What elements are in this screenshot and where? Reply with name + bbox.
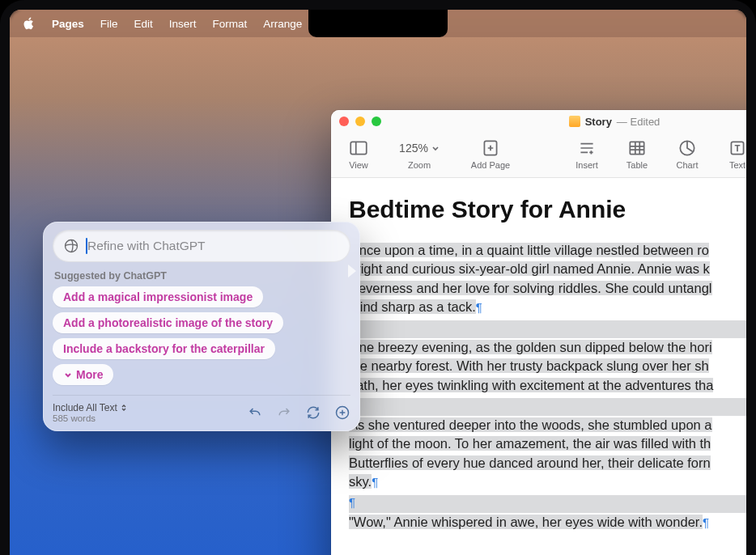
svg-rect-0 xyxy=(350,142,367,154)
sidebar-icon xyxy=(348,138,369,159)
blank-paragraph[interactable]: ¶ xyxy=(349,495,746,513)
refine-footer: Include All Text 585 words xyxy=(53,395,350,423)
word-count: 585 words xyxy=(53,413,128,423)
paragraph-1[interactable]: Once upon a time, in a quaint little vil… xyxy=(349,241,746,317)
window-minimize-button[interactable] xyxy=(355,117,365,126)
menu-insert[interactable]: Insert xyxy=(169,18,197,30)
paragraph-2[interactable]: One breezy evening, as the golden sun di… xyxy=(349,338,746,395)
window-title-name: Story xyxy=(585,116,612,128)
window-title: Story — Edited xyxy=(331,116,746,128)
suggestion-chip-2[interactable]: Add a photorealistic image of the story xyxy=(53,312,283,333)
undo-button[interactable] xyxy=(247,405,263,421)
refine-scope-selector[interactable]: Include All Text xyxy=(53,402,128,413)
suggested-by-label: Suggested by ChatGPT xyxy=(54,270,349,282)
svg-point-20 xyxy=(66,240,78,252)
toolbar-table-button[interactable]: Table xyxy=(621,138,653,170)
insert-icon xyxy=(576,138,597,159)
display-notch xyxy=(308,10,448,37)
toolbar-text-label: Text xyxy=(729,160,745,170)
document-body[interactable]: Bedtime Story for Annie Once upon a time… xyxy=(331,178,746,555)
toolbar-addpage-button[interactable]: Add Page xyxy=(464,138,517,170)
refine-placeholder: Refine with ChatGPT xyxy=(87,239,206,253)
up-down-icon xyxy=(120,404,128,412)
refine-input[interactable]: Refine with ChatGPT xyxy=(53,230,350,262)
redo-button[interactable] xyxy=(276,405,292,421)
titlebar: Story — Edited xyxy=(331,110,746,133)
pages-window: Story — Edited View 125% Zoom xyxy=(331,110,746,555)
table-icon xyxy=(626,138,648,159)
add-button[interactable] xyxy=(334,405,350,421)
blank-paragraph[interactable]: ¶ xyxy=(349,320,746,338)
menu-file[interactable]: File xyxy=(100,18,118,30)
traffic-lights xyxy=(339,117,381,126)
menu-app[interactable]: Pages xyxy=(52,18,84,30)
suggestion-chip-1[interactable]: Add a magical impressionist image xyxy=(53,286,263,307)
window-title-status: — Edited xyxy=(617,116,660,128)
chatgpt-refine-panel: Refine with ChatGPT Suggested by ChatGPT… xyxy=(43,222,360,431)
chart-icon xyxy=(677,138,698,159)
toolbar-zoom-label: Zoom xyxy=(408,160,431,170)
toolbar-chart-label: Chart xyxy=(677,160,699,170)
suggestion-chip-3[interactable]: Include a backstory for the caterpillar xyxy=(53,338,275,359)
pilcrow-icon: ¶ xyxy=(476,300,482,314)
toolbar-addpage-label: Add Page xyxy=(471,160,510,170)
suggestion-more-chip[interactable]: More xyxy=(53,364,113,385)
toolbar-chart-button[interactable]: Chart xyxy=(671,138,703,170)
document-heading[interactable]: Bedtime Story for Annie xyxy=(349,196,746,223)
paragraph-4[interactable]: "Wow," Annie whispered in awe, her eyes … xyxy=(349,513,746,532)
document-icon xyxy=(569,116,580,127)
laptop-frame: Pages File Edit Insert Format Arrange Vi… xyxy=(0,0,756,555)
apple-menu-icon[interactable] xyxy=(23,17,36,30)
regenerate-button[interactable] xyxy=(305,405,321,421)
text-icon xyxy=(727,138,746,159)
window-close-button[interactable] xyxy=(339,117,349,126)
blank-paragraph[interactable]: ¶ xyxy=(349,398,746,416)
plus-square-icon xyxy=(480,138,501,159)
menu-format[interactable]: Format xyxy=(213,18,248,30)
chatgpt-icon xyxy=(63,238,79,254)
toolbar-view-button[interactable]: View xyxy=(342,138,375,170)
svg-rect-10 xyxy=(630,142,643,154)
toolbar-insert-button[interactable]: Insert xyxy=(571,138,603,170)
desktop-screen: Pages File Edit Insert Format Arrange Vi… xyxy=(10,10,746,555)
menu-arrange[interactable]: Arrange xyxy=(263,18,302,30)
toolbar-table-label: Table xyxy=(626,160,648,170)
suggestion-chips: Add a magical impressionist image Add a … xyxy=(53,286,350,385)
toolbar-insert-label: Insert xyxy=(575,160,598,170)
zoom-value: 125% xyxy=(399,142,428,155)
toolbar-text-button[interactable]: Text xyxy=(721,138,746,170)
toolbar: View 125% Zoom Add Page xyxy=(331,133,746,178)
paragraph-3[interactable]: As she ventured deeper into the woods, s… xyxy=(349,416,746,492)
menu-edit[interactable]: Edit xyxy=(134,18,153,30)
toolbar-view-label: View xyxy=(349,160,368,170)
toolbar-zoom-button[interactable]: 125% Zoom xyxy=(393,138,446,170)
window-fullscreen-button[interactable] xyxy=(372,117,381,126)
